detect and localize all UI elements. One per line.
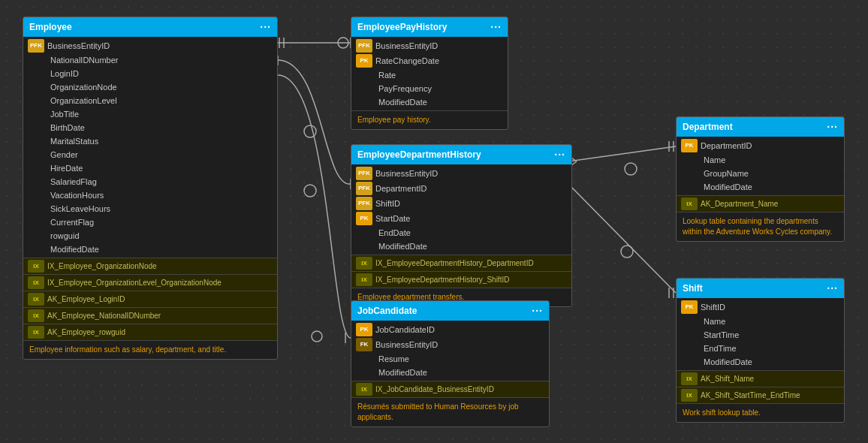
- pay-history-menu[interactable]: ···: [490, 21, 502, 33]
- job-candidate-menu[interactable]: ···: [532, 305, 543, 317]
- badge-ix: IX: [681, 197, 698, 210]
- table-row: PayFrequency: [351, 82, 508, 95]
- table-row: BirthDate: [23, 121, 277, 134]
- col-name: BusinessEntityID: [375, 40, 438, 52]
- index-row: IX IX_EmployeeDepartmentHistory_Departme…: [351, 255, 571, 271]
- svg-point-4: [338, 38, 348, 48]
- employee-title: Employee: [29, 22, 72, 32]
- employee-dept-history-table: EmployeeDepartmentHistory ··· PFK Busine…: [351, 144, 572, 307]
- index-row: IX IX_Employee_OrganizationNode: [23, 258, 277, 274]
- table-row: PK DepartmentID: [677, 138, 844, 153]
- badge-pfk: PFK: [356, 167, 372, 180]
- shift-table: Shift ··· PK ShiftID Name StartTime EndT…: [676, 278, 845, 423]
- table-row: HireDate: [23, 161, 277, 175]
- pay-history-description: Employee pay history.: [351, 110, 508, 129]
- dept-history-header: EmployeeDepartmentHistory ···: [351, 145, 571, 164]
- badge-fk: FK: [356, 338, 372, 351]
- shift-header: Shift ···: [677, 279, 844, 298]
- svg-line-18: [568, 184, 676, 293]
- table-row: PK JobCandidateID: [351, 322, 549, 337]
- badge-ix: IX: [356, 273, 372, 286]
- badge-pk: PK: [356, 323, 372, 336]
- badge-pk: PK: [356, 212, 372, 225]
- shift-body: PK ShiftID Name StartTime EndTime Modifi…: [677, 298, 844, 370]
- index-row: IX IX_Employee_OrganizationLevel_Organiz…: [23, 274, 277, 291]
- employee-pay-history-table: EmployeePayHistory ··· PFK BusinessEntit…: [351, 17, 508, 130]
- employee-body: PFK BusinessEntityID NationalIDNumber Lo…: [23, 37, 277, 258]
- job-candidate-title: JobCandidate: [357, 306, 417, 316]
- table-row: ModifiedDate: [23, 243, 277, 256]
- job-candidate-description: Résumés submitted to Human Resources by …: [351, 397, 549, 426]
- dept-history-body: PFK BusinessEntityID PFK DepartmentID PF…: [351, 164, 571, 255]
- col-name: VacationHours: [50, 189, 104, 201]
- col-name: EndTime: [704, 342, 737, 354]
- col-name: Name: [704, 154, 725, 166]
- department-description: Lookup table containing the departments …: [677, 212, 844, 241]
- col-name: GroupName: [704, 167, 749, 179]
- table-row: StartTime: [677, 328, 844, 342]
- badge-pfk: PFK: [356, 39, 372, 53]
- table-row: PK StartDate: [351, 211, 571, 226]
- table-row: EndTime: [677, 342, 844, 355]
- table-row: Name: [677, 315, 844, 328]
- table-row: PK ShiftID: [677, 300, 844, 315]
- badge-ix: IX: [28, 309, 44, 322]
- col-name: BirthDate: [50, 122, 85, 134]
- dept-history-title: EmployeeDepartmentHistory: [357, 149, 481, 160]
- col-name: CurrentFlag: [50, 216, 94, 228]
- svg-point-6: [304, 125, 316, 137]
- col-name: ModifiedDate: [704, 356, 752, 368]
- pay-history-header: EmployeePayHistory ···: [351, 17, 508, 37]
- shift-menu[interactable]: ···: [827, 282, 838, 294]
- table-row: Name: [677, 153, 844, 167]
- table-row: MaritalStatus: [23, 134, 277, 148]
- col-name: SalariedFlag: [50, 176, 97, 188]
- table-row: EndDate: [351, 226, 571, 240]
- table-row: OrganizationLevel: [23, 94, 277, 107]
- badge-ix: IX: [28, 293, 44, 306]
- col-name: ShiftID: [375, 197, 400, 209]
- col-name: ModifiedDate: [378, 240, 427, 252]
- index-row: IX AK_Shift_StartTime_EndTime: [677, 387, 844, 403]
- job-candidate-header: JobCandidate ···: [351, 301, 549, 321]
- table-row: JobTitle: [23, 107, 277, 121]
- table-row: Resume: [351, 352, 549, 366]
- table-row: ModifiedDate: [351, 240, 571, 253]
- svg-point-10: [312, 331, 322, 342]
- employee-table: Employee ··· PFK BusinessEntityID Nation…: [23, 17, 278, 360]
- employee-menu[interactable]: ···: [260, 21, 271, 33]
- department-title: Department: [683, 122, 733, 132]
- col-name: ModifiedDate: [378, 96, 427, 108]
- table-row: SalariedFlag: [23, 175, 277, 188]
- table-row: LoginID: [23, 67, 277, 80]
- employee-description: Employee information such as salary, dep…: [23, 340, 277, 359]
- table-row: SickLeaveHours: [23, 202, 277, 215]
- table-row: VacationHours: [23, 188, 277, 202]
- job-candidate-body: PK JobCandidateID FK BusinessEntityID Re…: [351, 321, 549, 381]
- col-name: rowguid: [50, 230, 80, 242]
- table-row: PFK ShiftID: [351, 196, 571, 211]
- index-row: IX IX_JobCandidate_BusinessEntityID: [351, 381, 549, 397]
- col-name: DepartmentID: [701, 140, 752, 152]
- table-row: ModifiedDate: [351, 95, 508, 109]
- pay-history-body: PFK BusinessEntityID PK RateChangeDate R…: [351, 37, 508, 110]
- col-name: ModifiedDate: [50, 243, 99, 255]
- department-table: Department ··· PK DepartmentID Name Grou…: [676, 116, 845, 242]
- department-header: Department ···: [677, 117, 844, 137]
- col-name: RateChangeDate: [375, 55, 439, 67]
- col-name: ModifiedDate: [378, 366, 427, 378]
- col-name: BusinessEntityID: [375, 167, 438, 179]
- table-row: Rate: [351, 68, 508, 82]
- dept-history-menu[interactable]: ···: [554, 149, 565, 161]
- col-name: SickLeaveHours: [50, 203, 110, 215]
- col-name: StartTime: [704, 329, 739, 341]
- badge-pfk: PFK: [28, 39, 44, 53]
- table-row: PFK BusinessEntityID: [23, 38, 277, 53]
- shift-description: Work shift lookup table.: [677, 403, 844, 422]
- col-name: HireDate: [50, 162, 83, 174]
- badge-pk: PK: [356, 54, 372, 68]
- department-menu[interactable]: ···: [827, 121, 838, 133]
- col-name: Resume: [378, 353, 409, 365]
- index-row: IX AK_Employee_NationalIDNumber: [23, 307, 277, 324]
- badge-ix: IX: [356, 257, 372, 270]
